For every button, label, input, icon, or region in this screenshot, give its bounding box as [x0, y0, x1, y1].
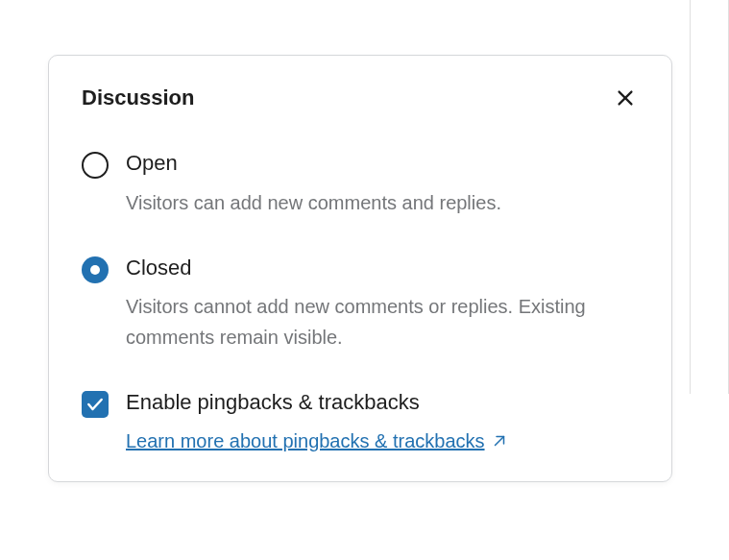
panel-header: Discussion [82, 85, 639, 111]
checkmark-icon [85, 395, 105, 414]
learn-more-link[interactable]: Learn more about pingbacks & trackbacks [126, 430, 508, 452]
link-text: Learn more about pingbacks & trackbacks [126, 430, 485, 452]
option-description: Visitors cannot add new comments or repl… [126, 291, 639, 353]
panel-title: Discussion [82, 85, 194, 110]
option-content: Open Visitors can add new comments and r… [126, 150, 639, 218]
radio-option-open[interactable]: Open Visitors can add new comments and r… [82, 150, 639, 218]
option-label: Open [126, 150, 639, 178]
discussion-panel: Discussion Open Visitors can add new com… [48, 55, 672, 482]
checkbox-row: Enable pingbacks & trackbacks Learn more… [82, 389, 639, 452]
pingbacks-checkbox[interactable] [82, 391, 109, 418]
option-content: Closed Visitors cannot add new comments … [126, 255, 639, 353]
radio-unchecked-icon [82, 152, 109, 179]
close-button[interactable] [612, 85, 639, 111]
radio-checked-icon [82, 256, 109, 283]
option-label: Closed [126, 255, 639, 282]
sidebar-divider [690, 0, 691, 394]
option-description: Visitors can add new comments and replie… [126, 187, 639, 218]
checkbox-label: Enable pingbacks & trackbacks [126, 389, 639, 417]
external-link-icon [491, 432, 508, 450]
svg-line-2 [495, 437, 503, 446]
close-icon [615, 87, 636, 109]
checkbox-content: Enable pingbacks & trackbacks Learn more… [126, 389, 639, 452]
radio-option-closed[interactable]: Closed Visitors cannot add new comments … [82, 255, 639, 353]
